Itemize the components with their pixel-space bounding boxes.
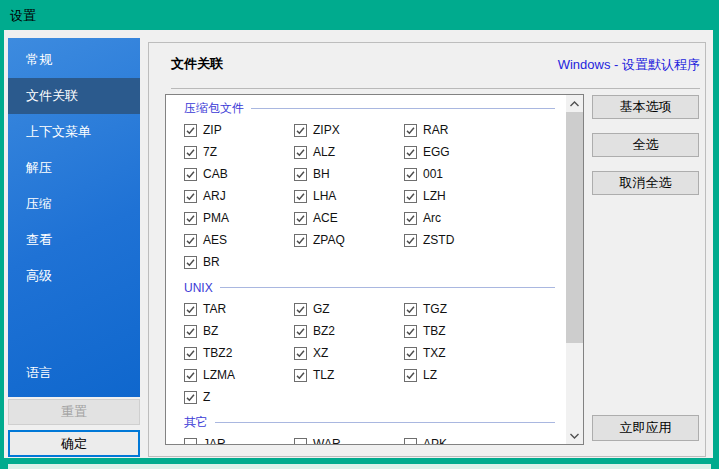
checked-checkbox-icon — [404, 212, 417, 225]
group-caption: UNIX — [184, 281, 213, 295]
checkbox-label: LHA — [313, 189, 336, 203]
checkbox-arc[interactable]: Arc — [404, 207, 566, 229]
checkbox-001[interactable]: 001 — [404, 163, 566, 185]
checkbox-lha[interactable]: LHA — [294, 185, 404, 207]
sidebar-item-general[interactable]: 常规 — [8, 42, 140, 78]
checkbox-jar[interactable]: JAR — [184, 433, 294, 444]
basic-options-button[interactable]: 基本选项 — [592, 95, 699, 119]
checkbox-aes[interactable]: AES — [184, 229, 294, 251]
windows-default-programs-link[interactable]: Windows - 设置默认程序 — [558, 56, 700, 74]
checked-checkbox-icon — [184, 256, 197, 269]
format-grid: JARWARAPK — [166, 433, 566, 444]
checkbox-tgz[interactable]: TGZ — [404, 298, 566, 320]
chevron-down-icon — [570, 433, 579, 439]
checkbox-gz[interactable]: GZ — [294, 298, 404, 320]
checkbox-zipx[interactable]: ZIPX — [294, 119, 404, 141]
ok-button[interactable]: 确定 — [8, 430, 140, 457]
format-group-2: 其它JARWARAPK — [166, 412, 566, 444]
checkbox-ace[interactable]: ACE — [294, 207, 404, 229]
checkbox-lzma[interactable]: LZMA — [184, 364, 294, 386]
checkbox-label: TBZ2 — [203, 346, 232, 360]
scrollbar-up-button[interactable] — [566, 95, 583, 112]
sidebar-item-compress[interactable]: 压缩 — [8, 186, 140, 222]
checkbox-pma[interactable]: PMA — [184, 207, 294, 229]
checkbox-label: XZ — [313, 346, 328, 360]
checkbox-label: RAR — [423, 123, 448, 137]
checkbox-lzh[interactable]: LZH — [404, 185, 566, 207]
checkbox-xz[interactable]: XZ — [294, 342, 404, 364]
window-bottom-edge — [8, 464, 711, 469]
checkbox-arj[interactable]: ARJ — [184, 185, 294, 207]
checkbox-txz[interactable]: TXZ — [404, 342, 566, 364]
checked-checkbox-icon — [184, 146, 197, 159]
checked-checkbox-icon — [184, 391, 197, 404]
checked-checkbox-icon — [184, 234, 197, 247]
sidebar-item-file-association[interactable]: 文件关联 — [8, 78, 140, 114]
checkbox-zpaq[interactable]: ZPAQ — [294, 229, 404, 251]
checked-checkbox-icon — [184, 212, 197, 225]
checkbox-label: TBZ — [423, 324, 446, 338]
checkbox-bz2[interactable]: BZ2 — [294, 320, 404, 342]
checked-checkbox-icon — [294, 190, 307, 203]
settings-window: 设置 常规文件关联上下文菜单解压压缩查看高级语言 重置 确定 文件关联 Wind… — [0, 0, 719, 469]
checked-checkbox-icon — [294, 347, 307, 360]
checkbox-apk[interactable]: APK — [404, 433, 566, 444]
checkbox-label: Z — [203, 390, 210, 404]
checkbox-label: BH — [313, 167, 330, 181]
sidebar-item-context-menu[interactable]: 上下文菜单 — [8, 114, 140, 150]
checkbox-label: TLZ — [313, 368, 334, 382]
select-all-button[interactable]: 全选 — [592, 133, 699, 157]
checkbox-label: BZ — [203, 324, 218, 338]
checkbox-label: ZPAQ — [313, 233, 345, 247]
checkbox-zstd[interactable]: ZSTD — [404, 229, 566, 251]
chevron-up-icon — [570, 101, 579, 107]
format-group-0: 压缩包文件ZIPZIPXRAR7ZALZEGGCABBH001ARJLHALZH… — [166, 98, 566, 273]
deselect-all-button[interactable]: 取消全选 — [592, 171, 699, 195]
checkbox-label: Arc — [423, 211, 441, 225]
checked-checkbox-icon — [294, 325, 307, 338]
checked-checkbox-icon — [404, 234, 417, 247]
checked-checkbox-icon — [184, 347, 197, 360]
checkbox-z[interactable]: Z — [184, 386, 294, 408]
scrollbar-down-button[interactable] — [566, 427, 583, 444]
reset-button[interactable]: 重置 — [8, 399, 140, 425]
checkbox-lz[interactable]: LZ — [404, 364, 566, 386]
group-caption-row: 其它 — [166, 412, 566, 433]
checkbox-alz[interactable]: ALZ — [294, 141, 404, 163]
unchecked-checkbox-icon — [184, 438, 197, 445]
group-caption-row: 压缩包文件 — [166, 98, 566, 119]
format-group-1: UNIXTARGZTGZBZBZ2TBZTBZ2XZTXZLZMATLZLZZ — [166, 277, 566, 408]
scrollbar[interactable] — [566, 95, 583, 444]
checkbox-label: TAR — [203, 302, 226, 316]
file-type-list-content: 压缩包文件ZIPZIPXRAR7ZALZEGGCABBH001ARJLHALZH… — [166, 95, 566, 444]
checkbox-label: ARJ — [203, 189, 226, 203]
checkbox-bh[interactable]: BH — [294, 163, 404, 185]
checkbox-cab[interactable]: CAB — [184, 163, 294, 185]
checked-checkbox-icon — [404, 190, 417, 203]
scrollbar-thumb[interactable] — [566, 112, 583, 343]
checkbox-tar[interactable]: TAR — [184, 298, 294, 320]
checked-checkbox-icon — [184, 325, 197, 338]
titlebar[interactable]: 设置 — [0, 0, 719, 30]
sidebar-item-view[interactable]: 查看 — [8, 222, 140, 258]
checkbox-label: 001 — [423, 167, 443, 181]
checkbox-tlz[interactable]: TLZ — [294, 364, 404, 386]
checkbox-tbz2[interactable]: TBZ2 — [184, 342, 294, 364]
group-caption-line — [251, 108, 555, 109]
checkbox-7z[interactable]: 7Z — [184, 141, 294, 163]
checkbox-zip[interactable]: ZIP — [184, 119, 294, 141]
sidebar-item-advanced[interactable]: 高级 — [8, 258, 140, 294]
checked-checkbox-icon — [404, 168, 417, 181]
checkbox-label: GZ — [313, 302, 330, 316]
checkbox-tbz[interactable]: TBZ — [404, 320, 566, 342]
checkbox-rar[interactable]: RAR — [404, 119, 566, 141]
file-type-list: 压缩包文件ZIPZIPXRAR7ZALZEGGCABBH001ARJLHALZH… — [165, 94, 584, 445]
sidebar-item-language[interactable]: 语言 — [8, 355, 140, 391]
checkbox-bz[interactable]: BZ — [184, 320, 294, 342]
checkbox-label: ZIPX — [313, 123, 340, 137]
checkbox-war[interactable]: WAR — [294, 433, 404, 444]
sidebar-item-extract[interactable]: 解压 — [8, 150, 140, 186]
checkbox-egg[interactable]: EGG — [404, 141, 566, 163]
checkbox-br[interactable]: BR — [184, 251, 294, 273]
apply-now-button[interactable]: 立即应用 — [592, 415, 699, 441]
